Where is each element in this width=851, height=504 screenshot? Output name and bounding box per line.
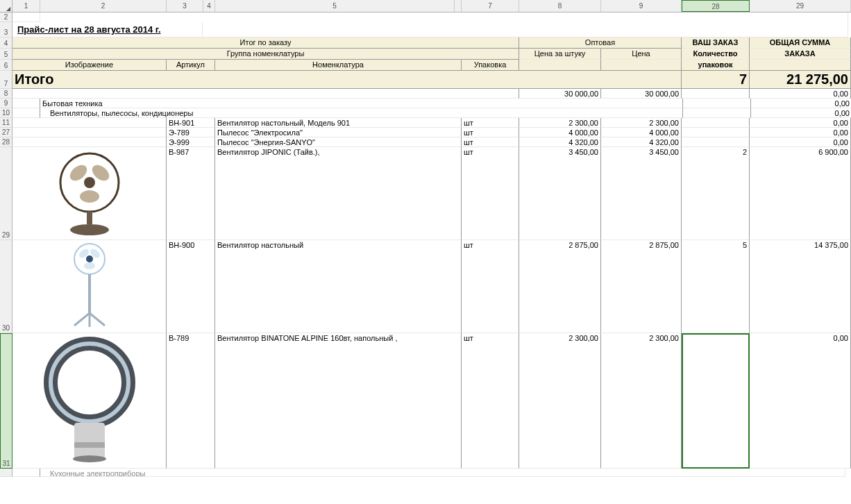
svg-point-4 [80,190,99,203]
row-header-31[interactable]: 31 [0,333,12,469]
col-header-5[interactable]: 5 [215,0,455,12]
item-sku[interactable]: ВН-900 [167,240,215,333]
item-name[interactable]: Пылесос "Электросила" [215,128,462,137]
cat2-sum[interactable]: 0,00 [751,108,851,118]
item-qty[interactable] [682,118,750,128]
item-name[interactable]: Вентилятор JIPONIC (Тайв.), [215,147,462,240]
col-header-8[interactable]: 8 [519,0,601,12]
row-header-10[interactable]: 10 [0,108,12,118]
cat1-name[interactable]: Бытовая техника [40,99,683,108]
item-name[interactable]: Вентилятор BINATONE ALPINE 160вт, наполь… [215,333,462,469]
row-header-30[interactable]: 30 [0,240,12,333]
row-header-5[interactable]: 5 [0,49,12,60]
product-image [12,333,167,469]
item-sum[interactable]: 0,00 [750,137,851,147]
footer-cat[interactable]: Кухонные электроприборы [40,469,845,477]
cat1-blank-sum[interactable]: 0,00 [751,99,851,108]
item-price1[interactable]: 4 320,00 [519,137,601,147]
cat2-name[interactable]: Вентиляторы, пылесосы, кондиционеры [40,108,683,118]
item-sku[interactable]: В-789 [167,333,215,469]
title-cell[interactable]: Прайс-лист на 28 августа 2014 г. [12,22,203,37]
item-name[interactable]: Вентилятор настольный [215,240,462,333]
item-price1[interactable]: 2 300,00 [519,333,601,469]
item-price2[interactable]: 4 000,00 [601,128,682,137]
item-sku[interactable]: Э-999 [167,137,215,147]
item-sum[interactable]: 0,00 [750,128,851,137]
item-qty[interactable]: 2 [682,147,750,240]
item-unit[interactable]: шт [462,137,519,147]
item-qty[interactable]: 5 [682,240,750,333]
item-sku[interactable]: В-987 [167,147,215,240]
packs-header: упаковок [682,60,750,71]
item-price2[interactable]: 3 450,00 [601,147,682,240]
row-header-7[interactable]: 7 [0,71,12,89]
item-sum[interactable]: 14 375,00 [750,240,851,333]
svg-rect-12 [88,274,91,313]
sku-header: Артикул [167,60,215,71]
row-header-3[interactable]: 3 [0,22,12,37]
item-qty[interactable] [682,137,750,147]
cat1-price2[interactable]: 30 000,00 [601,89,682,99]
item-name[interactable]: Вентилятор настольный, Модель 901 [215,118,462,128]
item-price2[interactable]: 2 300,00 [601,118,682,128]
row-header-27[interactable]: 27 [0,128,12,137]
row-header-9[interactable]: 9 [0,99,12,108]
total-sum-header: ОБЩАЯ СУММА [750,37,851,49]
item-unit[interactable]: шт [462,333,519,469]
item-price1[interactable]: 2 875,00 [519,240,601,333]
item-unit[interactable]: шт [462,118,519,128]
item-price1[interactable]: 3 450,00 [519,147,601,240]
item-price2[interactable]: 4 320,00 [601,137,682,147]
table-row: 29 В-987 Вентилятор JIPONIC (Тайв.), шт … [0,147,851,240]
product-image [12,240,167,333]
item-price2[interactable]: 2 300,00 [601,333,682,469]
table-row: 31 В-789 Вентилятор BINATONE ALPINE 160в… [0,333,851,469]
col-header-4[interactable]: 4 [203,0,215,12]
svg-rect-18 [74,423,105,459]
svg-point-6 [70,224,109,235]
col-header-28[interactable]: 28 [682,0,750,12]
svg-point-20 [73,455,106,462]
item-unit[interactable]: шт [462,128,519,137]
row-header-8[interactable]: 8 [0,89,12,99]
cat1-price1[interactable]: 30 000,00 [519,89,601,99]
col-header-29[interactable]: 29 [750,0,851,12]
active-cell[interactable] [682,333,750,469]
item-sum[interactable]: 0,00 [750,333,851,469]
row-header-11[interactable]: 11 [0,118,12,128]
table-row: 27 Э-789 Пылесос "Электросила" шт 4 000,… [0,128,851,137]
item-qty[interactable] [682,128,750,137]
cat1-sum[interactable]: 0,00 [750,89,851,99]
row-header-29[interactable]: 29 [0,147,12,240]
item-sum[interactable]: 6 900,00 [750,147,851,240]
item-unit[interactable]: шт [462,240,519,333]
row-header-28[interactable]: 28 [0,137,12,147]
nomenclature-header: Номенклатура [215,60,462,71]
col-header-9[interactable]: 9 [601,0,682,12]
row-header-2[interactable]: 2 [0,12,12,22]
row-header-6[interactable]: 6 [0,60,12,71]
packaging-header: Упаковка [462,60,519,71]
price-per-unit-header: Цена за штуку [519,49,601,60]
col-header-2[interactable]: 2 [40,0,167,12]
item-unit[interactable]: шт [462,147,519,240]
totals-label: Итого [12,71,682,89]
svg-line-13 [74,313,90,326]
order-summary-header: Итог по заказу [12,37,519,49]
item-name[interactable]: Пылесос "Энергия-SANYO" [215,137,462,147]
item-sku[interactable]: ВН-901 [167,118,215,128]
col-header-1[interactable]: 1 [12,0,40,12]
item-price2[interactable]: 2 875,00 [601,240,682,333]
wholesale-header: Оптовая [519,37,682,49]
fan-desk-icon [48,148,131,237]
item-sum[interactable]: 0,00 [750,118,851,128]
col-header-3[interactable]: 3 [167,0,203,12]
nomenclature-group-header: Группа номенклатуры [12,49,519,60]
totals-sum: 21 275,00 [750,71,851,89]
item-price1[interactable]: 4 000,00 [519,128,601,137]
item-price1[interactable]: 2 300,00 [519,118,601,128]
item-sku[interactable]: Э-789 [167,128,215,137]
row-header-4[interactable]: 4 [0,37,12,49]
table-row: 28 Э-999 Пылесос "Энергия-SANYO" шт 4 32… [0,137,851,147]
col-header-7[interactable]: 7 [462,0,519,12]
